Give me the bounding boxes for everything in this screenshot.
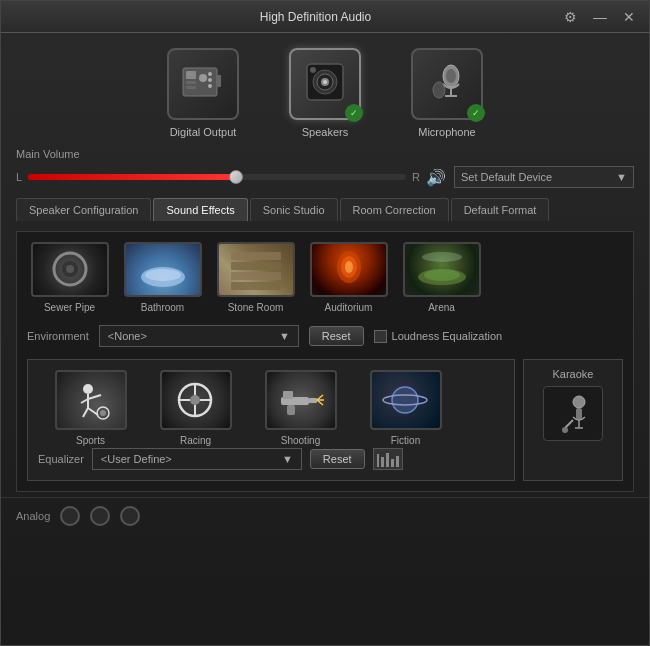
svg-rect-8	[217, 75, 221, 87]
lower-section: Sports	[27, 359, 623, 481]
tab-default-format[interactable]: Default Format	[451, 198, 550, 221]
svg-rect-28	[231, 282, 281, 290]
svg-point-44	[190, 395, 200, 405]
tab-room-correction[interactable]: Room Correction	[340, 198, 449, 221]
svg-point-22	[66, 265, 74, 273]
eq-preset-sports[interactable]: Sports	[38, 370, 143, 446]
eq-fiction-label: Fiction	[391, 435, 420, 446]
svg-rect-59	[576, 408, 582, 420]
device-microphone[interactable]: ✓ Microphone	[411, 48, 483, 138]
equalizer-bars-icon[interactable]	[373, 448, 403, 470]
svg-rect-25	[231, 252, 281, 260]
main-window: High Definition Audio ⚙ — ✕	[0, 0, 650, 646]
svg-point-31	[345, 261, 353, 273]
analog-circle-2	[90, 506, 110, 526]
equalizer-arrow: ▼	[282, 453, 293, 465]
svg-point-16	[446, 69, 456, 83]
microphone-status-badge: ✓	[467, 104, 485, 122]
svg-point-7	[208, 84, 212, 88]
analog-label: Analog	[16, 510, 50, 522]
environment-value: <None>	[108, 330, 147, 342]
preset-arena-label: Arena	[428, 302, 455, 313]
karaoke-icon[interactable]	[543, 386, 603, 441]
svg-point-56	[392, 387, 418, 413]
main-content-area: Main Volume L R 🔊 Set Default Device ▼	[1, 148, 649, 497]
eq-fiction-icon	[370, 370, 442, 430]
tab-sonic-studio[interactable]: Sonic Studio	[250, 198, 338, 221]
svg-point-13	[323, 80, 327, 84]
device-digital-output[interactable]: Digital Output	[167, 48, 239, 138]
preset-auditorium[interactable]: Auditorium	[306, 242, 391, 313]
volume-fill	[28, 174, 236, 180]
preset-bathroom[interactable]: Bathroom	[120, 242, 205, 313]
eq-preset-shooting[interactable]: Shooting	[248, 370, 353, 446]
default-device-dropdown[interactable]: Set Default Device ▼	[454, 166, 634, 188]
loudness-label: Loudness Equalization	[392, 330, 503, 342]
speakers-status-badge: ✓	[345, 104, 363, 122]
volume-section-label: Main Volume	[16, 148, 634, 160]
volume-thumb	[229, 170, 243, 184]
close-button[interactable]: ✕	[619, 7, 639, 27]
device-digital-output-box	[167, 48, 239, 120]
svg-point-63	[562, 427, 568, 433]
eq-preset-racing[interactable]: Racing	[143, 370, 248, 446]
preset-auditorium-thumb	[310, 242, 388, 297]
eq-presets-row: Sports	[38, 370, 504, 446]
loudness-checkbox-box	[374, 330, 387, 343]
volume-slider[interactable]	[28, 174, 406, 180]
svg-point-5	[208, 72, 212, 76]
analog-row: Analog	[1, 497, 649, 534]
default-device-arrow: ▼	[616, 171, 627, 183]
device-speakers[interactable]: ✓ Speakers	[289, 48, 361, 138]
preset-sewer-pipe[interactable]: Sewer Pipe	[27, 242, 112, 313]
device-microphone-label: Microphone	[418, 126, 475, 138]
eq-shooting-label: Shooting	[281, 435, 320, 446]
volume-left-label: L	[16, 171, 22, 183]
eq-racing-icon	[160, 370, 232, 430]
microphone-svg	[421, 58, 473, 110]
equalizer-dropdown[interactable]: <User Define> ▼	[92, 448, 302, 470]
karaoke-label: Karaoke	[553, 368, 594, 380]
sound-effects-panel: Sewer Pipe Bathroom	[16, 231, 634, 492]
svg-rect-2	[186, 81, 196, 84]
device-digital-output-label: Digital Output	[170, 126, 237, 138]
device-speakers-icon-wrap: ✓	[289, 48, 361, 120]
eq-sports-label: Sports	[76, 435, 105, 446]
environment-reset-button[interactable]: Reset	[309, 326, 364, 346]
svg-line-37	[81, 399, 88, 403]
device-digital-output-icon-wrap	[167, 48, 239, 120]
equalizer-label: Equalizer	[38, 453, 84, 465]
preset-arena-thumb	[403, 242, 481, 297]
svg-point-19	[433, 82, 445, 98]
settings-button[interactable]: ⚙	[560, 7, 581, 27]
svg-rect-51	[309, 398, 317, 403]
volume-right-label: R	[412, 171, 420, 183]
svg-point-42	[100, 410, 106, 416]
title-bar-controls: ⚙ — ✕	[560, 7, 639, 27]
preset-arena[interactable]: Arena	[399, 242, 484, 313]
default-device-label: Set Default Device	[461, 171, 552, 183]
title-bar: High Definition Audio ⚙ — ✕	[1, 1, 649, 33]
eq-preset-fiction[interactable]: Fiction	[353, 370, 458, 446]
bathroom-svg	[133, 247, 193, 292]
svg-point-34	[422, 252, 462, 262]
equalizer-value: <User Define>	[101, 453, 172, 465]
eq-racing-label: Racing	[180, 435, 211, 446]
svg-rect-1	[186, 71, 196, 79]
loudness-equalization-checkbox[interactable]: Loudness Equalization	[374, 330, 503, 343]
speakers-svg	[299, 58, 351, 110]
svg-rect-52	[287, 405, 295, 415]
environment-dropdown[interactable]: <None> ▼	[99, 325, 299, 347]
auditorium-svg	[319, 247, 379, 292]
eq-sports-icon	[55, 370, 127, 430]
svg-rect-26	[231, 262, 281, 270]
minimize-button[interactable]: —	[589, 7, 611, 27]
equalizer-reset-button[interactable]: Reset	[310, 449, 365, 469]
karaoke-svg	[551, 392, 595, 436]
karaoke-panel: Karaoke	[523, 359, 623, 481]
tab-speaker-configuration[interactable]: Speaker Configuration	[16, 198, 151, 221]
svg-point-14	[310, 67, 316, 73]
preset-stone-room[interactable]: Stone Room	[213, 242, 298, 313]
tab-sound-effects[interactable]: Sound Effects	[153, 198, 247, 221]
window-title: High Definition Audio	[71, 10, 560, 24]
